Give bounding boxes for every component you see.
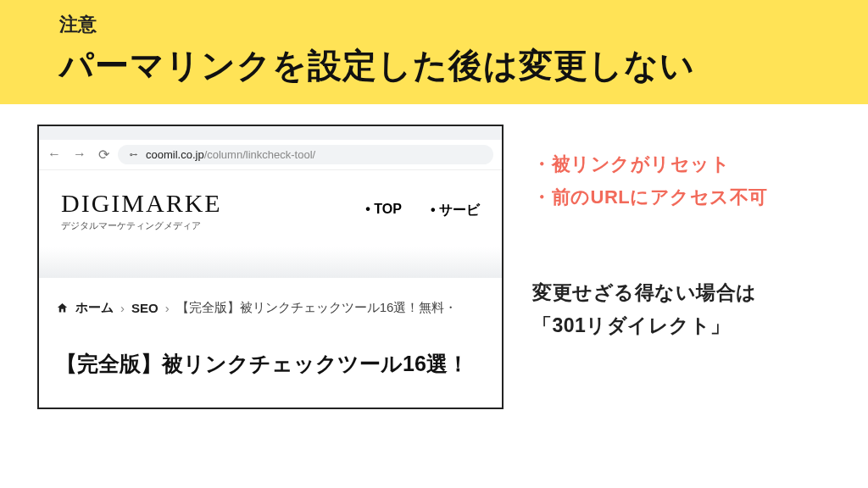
- banner-headline: パーマリンクを設定した後は変更しない: [59, 42, 809, 89]
- browser-toolbar: ← → ⟳ coomil.co.jp/column/linkcheck-tool…: [39, 140, 502, 170]
- chevron-right-icon: ›: [120, 301, 125, 315]
- article-title: 【完全版】被リンクチェックツール16選！: [39, 324, 502, 378]
- site-settings-icon: [128, 149, 139, 160]
- svg-point-0: [131, 153, 132, 155]
- address-bar: coomil.co.jp/column/linkcheck-tool/: [118, 145, 493, 164]
- browser-screenshot: ← → ⟳ coomil.co.jp/column/linkcheck-tool…: [37, 125, 504, 409]
- warning-banner: 注意 パーマリンクを設定した後は変更しない: [0, 0, 868, 104]
- banner-label: 注意: [59, 12, 809, 37]
- breadcrumb-page: 【完全版】被リンクチェックツール16選！無料・: [176, 300, 458, 316]
- header-shadow: [39, 247, 502, 278]
- site-header: DIGIMARKE デジタルマーケティングメディア TOP サービ: [39, 170, 502, 247]
- url-domain: coomil.co.jp: [146, 148, 204, 161]
- breadcrumb: ホーム › SEO › 【完全版】被リンクチェックツール16選！無料・: [39, 278, 502, 324]
- browser-tabstrip: [39, 126, 502, 140]
- forward-icon: →: [73, 147, 86, 163]
- reload-icon: ⟳: [98, 147, 109, 163]
- bullet-backlink-reset: ・被リンクがリセット: [532, 148, 837, 181]
- site-nav: TOP サービ: [365, 202, 480, 219]
- chevron-right-icon: ›: [165, 301, 170, 315]
- breadcrumb-home: ホーム: [75, 300, 114, 316]
- nav-item-top: TOP: [365, 202, 402, 219]
- nav-item-service: サービ: [431, 202, 480, 219]
- breadcrumb-category: SEO: [131, 301, 159, 315]
- home-icon: [56, 302, 69, 314]
- bullet-old-url-inaccessible: ・前のURLにアクセス不可: [532, 181, 837, 214]
- url-path: /column/linkcheck-tool/: [204, 148, 316, 161]
- site-tagline: デジタルマーケティングメディア: [61, 219, 222, 232]
- back-icon: ←: [47, 147, 61, 163]
- side-notes: ・被リンクがリセット ・前のURLにアクセス不可 変更せざる得ない場合は 「30…: [532, 125, 837, 409]
- site-logo: DIGIMARKE: [61, 189, 222, 218]
- note-line-2: 「301リダイレクト」: [532, 309, 837, 342]
- note-line-1: 変更せざる得ない場合は: [532, 276, 837, 309]
